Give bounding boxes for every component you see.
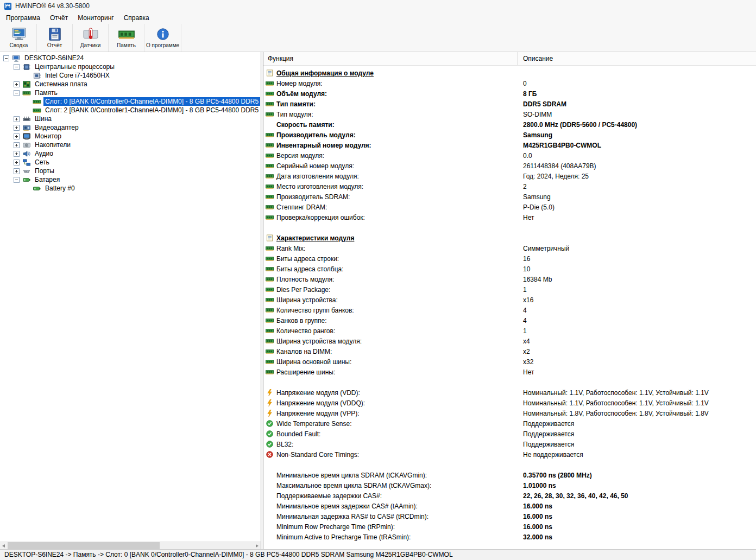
detail-row[interactable]: Ширина устройства: x16 [263, 295, 756, 305]
menu-item[interactable]: Отчёт [45, 12, 73, 24]
detail-label: Проверка/коррекция ошибок: [276, 214, 365, 221]
detail-row[interactable]: Тип модуля: SO-DIMM [263, 109, 756, 119]
tree-item[interactable]: DESKTOP-S6INE24 [0, 54, 261, 62]
tree-item[interactable]: Видеоадаптер [0, 123, 261, 132]
detail-row[interactable]: Плотность модуля: 16384 Mb [263, 274, 756, 284]
tree-item[interactable]: Слот: 2 [BANK 0/Controller1-ChannelA-DIM… [0, 106, 261, 114]
detail-function-cell: Каналов на DIMM: [263, 348, 518, 355]
scroll-right-arrow-icon[interactable] [253, 542, 261, 549]
toolbar-button[interactable]: Сводка [1, 24, 37, 52]
detail-label: Тип модуля: [276, 111, 313, 118]
detail-row[interactable]: Non-Standard Core Timings: Не поддержива… [263, 449, 756, 460]
detail-row[interactable]: Ширина основной шины: x32 [263, 357, 756, 367]
tree-expander[interactable] [3, 55, 9, 61]
tree-item[interactable]: Батарея [0, 175, 261, 184]
detail-function-cell: Инвентарный номер модуля: [263, 142, 518, 149]
detail-row[interactable]: Проверка/коррекция ошибок: Нет [263, 212, 756, 222]
toolbar-button[interactable]: Датчики [73, 24, 109, 52]
detail-row[interactable]: Биты адреса строки: 16 [263, 253, 756, 264]
detail-row[interactable]: Dies Per Package: 1 [263, 284, 756, 295]
menu-item[interactable]: Мониторинг [73, 12, 119, 24]
tree-item[interactable]: Монитор [0, 132, 261, 141]
detail-row[interactable]: Минимальное время цикла SDRAM (tCKAVGmin… [263, 470, 756, 480]
tree-expander[interactable] [14, 81, 20, 87]
detail-value: Номинальный: 1.1V, Работоспособен: 1.1V,… [518, 389, 756, 397]
ram-module-icon [266, 368, 274, 376]
detail-row[interactable]: Поддерживаемые задержки CAS#: 22, 26, 28… [263, 491, 756, 501]
tree-horizontal-scrollbar[interactable] [0, 542, 261, 549]
detail-row[interactable]: Wide Temperature Sense: Поддерживается [263, 418, 756, 429]
tree-expander[interactable] [14, 64, 20, 70]
detail-row[interactable]: Номер модуля: 0 [263, 78, 756, 88]
tree-item[interactable]: Шина [0, 114, 261, 123]
tree-item[interactable]: Центральные процессоры [0, 62, 261, 71]
column-header-description[interactable]: Описание [518, 52, 756, 65]
tree-expander[interactable] [14, 177, 20, 183]
tree-expander[interactable] [14, 133, 20, 139]
tree-item[interactable]: Память [0, 88, 261, 97]
statusbar: DESKTOP-S6INE24 -> Память -> Слот: 0 [BA… [0, 549, 756, 560]
detail-row[interactable]: Биты адреса столбца: 10 [263, 264, 756, 274]
ram-module-icon [266, 327, 274, 334]
tree-expander[interactable] [14, 168, 20, 174]
tree-hscrollbar-thumb[interactable] [8, 542, 160, 549]
detail-row[interactable]: Серийный номер модуля: 2611448384 (408AA… [263, 161, 756, 171]
menu-item[interactable]: Справка [119, 12, 154, 24]
column-header-function[interactable]: Функция [263, 52, 518, 65]
detail-row[interactable]: Ширина устройства модуля: x4 [263, 336, 756, 346]
toolbar-button[interactable]: О программе [144, 24, 181, 52]
detail-row[interactable]: Дата изготовления модуля: Год: 2024, Нед… [263, 171, 756, 181]
tree-item[interactable]: Аудио [0, 149, 261, 158]
detail-row[interactable]: Minimum Row Precharge Time (tRPmin): 16.… [263, 521, 756, 532]
detail-row[interactable]: Напряжение модуля (VDD): Номинальный: 1.… [263, 387, 756, 398]
detail-row[interactable]: Объём модуля: 8 ГБ [263, 88, 756, 99]
tree-expander[interactable] [14, 151, 20, 157]
detail-row[interactable]: Место изготовления модуля: 2 [263, 181, 756, 192]
detail-row[interactable]: Каналов на DIMM: x2 [263, 346, 756, 357]
toolbar-button[interactable]: Память [109, 24, 144, 52]
tree-expander[interactable] [14, 125, 20, 131]
ram-module-icon [266, 90, 274, 97]
detail-row[interactable]: Версия модуля: 0.0 [263, 150, 756, 161]
detail-row[interactable]: Расширение шины: Нет [263, 367, 756, 377]
tree-expander[interactable] [14, 90, 20, 96]
tree-expander[interactable] [14, 160, 20, 166]
tree-item[interactable]: Сеть [0, 158, 261, 167]
toolbar-button-label: Сводка [10, 42, 28, 48]
toolbar-button[interactable]: Отчёт [37, 24, 73, 52]
detail-row[interactable]: Общая информация о модуле [263, 68, 756, 78]
detail-row[interactable]: Minimum Active to Precharge Time (tRASmi… [263, 532, 756, 542]
tree-expander[interactable] [14, 142, 20, 148]
tree-item[interactable]: Слот: 0 [BANK 0/Controller0-ChannelA-DIM… [0, 97, 261, 106]
tree-item[interactable]: Battery #0 [0, 184, 261, 193]
detail-row[interactable]: Напряжение модуля (VDDQ): Номинальный: 1… [263, 398, 756, 408]
detail-row[interactable]: Характеристики модуля [263, 233, 756, 243]
detail-row[interactable]: Минимальная задержка RAS# to CAS# (tRCDm… [263, 511, 756, 521]
detail-row[interactable]: Максимальное время цикла SDRAM (tCKAVGma… [263, 480, 756, 491]
detail-row[interactable]: Производитель SDRAM: Samsung [263, 192, 756, 202]
tree-item[interactable]: Накопители [0, 141, 261, 149]
detail-row[interactable]: Степпинг DRAM: P-Die (5.0) [263, 202, 756, 212]
detail-row[interactable]: Количество рангов: 1 [263, 326, 756, 336]
detail-row[interactable]: Bounded Fault: Поддерживается [263, 429, 756, 439]
detail-function-cell: Rank Mix: [263, 245, 518, 252]
tree-item[interactable]: Порты [0, 167, 261, 175]
detail-row[interactable]: Rank Mix: Симметричный [263, 243, 756, 253]
tree-expander[interactable] [14, 116, 20, 122]
scroll-left-arrow-icon[interactable] [0, 542, 8, 549]
detail-value: Нет [518, 368, 756, 376]
detail-row[interactable]: Напряжение модуля (VPP): Номинальный: 1.… [263, 408, 756, 418]
detail-row[interactable]: Минимальное время задержки CAS# (tAAmin)… [263, 501, 756, 511]
detail-row[interactable]: Скорость памяти: 2800.0 MHz (DDR5-5600 /… [263, 119, 756, 130]
detail-row[interactable]: Инвентарный номер модуля: M425R1GB4PB0-C… [263, 140, 756, 150]
detail-row[interactable]: BL32: Поддерживается [263, 439, 756, 449]
tree-item[interactable]: Intel Core i7-14650HX [0, 71, 261, 80]
detail-row[interactable]: Производитель модуля: Samsung [263, 130, 756, 140]
menu-item[interactable]: Программа [1, 12, 45, 24]
unsupported-cross-icon [266, 451, 274, 458]
detail-label: Степпинг DRAM: [276, 203, 327, 211]
tree-item[interactable]: Системная плата [0, 80, 261, 88]
detail-row[interactable]: Банков в группе: 4 [263, 315, 756, 326]
detail-row[interactable]: Тип памяти: DDR5 SDRAM [263, 99, 756, 109]
detail-row[interactable]: Количество групп банков: 4 [263, 305, 756, 315]
